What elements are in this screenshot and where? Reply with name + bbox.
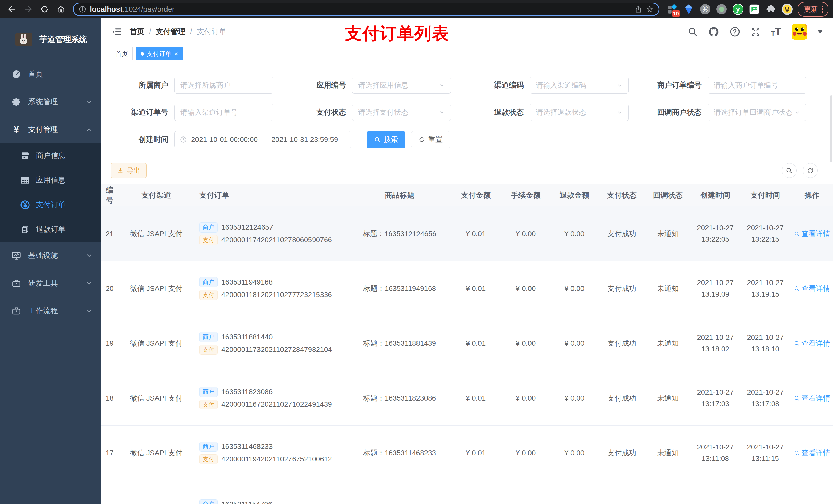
browser-reload-button[interactable] [38,2,52,16]
view-details-link[interactable]: 查看详情 [794,229,830,239]
breadcrumb-payment[interactable]: 支付管理 [156,27,186,37]
date-range-start[interactable]: 2021-10-01 00:00:00 [191,136,258,144]
extension-y-icon[interactable]: y [733,4,743,15]
chevron-down-icon [439,82,445,88]
browser-menu-icon[interactable] [821,6,824,13]
refund-status-filter-select[interactable]: 请选择退款状态 [530,104,628,121]
sidebar-item-pay-order[interactable]: 支付订单 [0,193,101,217]
tag-home[interactable]: 首页 [111,47,133,61]
y-glyph: y [733,4,743,14]
create-time-range-picker[interactable]: 2021-10-01 00:00:00 - 2021-10-31 23:59:5… [174,131,351,148]
browser-home-button[interactable] [54,2,68,16]
date-range-end[interactable]: 2021-10-31 23:59:59 [271,136,338,144]
merchant-badge: 商户 [199,441,218,452]
sidebar-fold-icon[interactable] [112,27,122,37]
pay-badge: 支付 [199,345,218,355]
notify-text: 未通知 [645,448,690,458]
refresh-icon [807,167,814,174]
tag-pay-order[interactable]: 支付订单 × [136,47,183,61]
export-button[interactable]: 导出 [111,163,146,178]
toggle-search-button[interactable] [782,163,796,178]
merchant-filter-input[interactable] [174,77,273,94]
sidebar-item-home[interactable]: 首页 [0,61,101,88]
browser-chrome: localhost:1024/pay/order 10 ⌘ y 更新 [0,0,833,19]
extension-chat-icon[interactable] [749,4,760,15]
chevron-down-icon [86,307,93,314]
sidebar-item-dev-tools[interactable]: 研发工具 [0,269,101,297]
reset-button[interactable]: 重置 [411,131,450,148]
documents-icon [20,225,31,234]
extension-command-icon[interactable]: ⌘ [700,4,711,15]
channel-code-filter-select[interactable]: 请输入渠道编码 [530,77,628,94]
col-channel: 支付渠道 [118,190,195,200]
sidebar-item-workflow[interactable]: 工作流程 [0,297,101,325]
back-arrow-icon [7,5,16,14]
table-row[interactable]: 18 微信 JSAPI 支付 商户1635311823086 支付4200001… [101,371,833,426]
table-row[interactable]: 商户1635311154796 [101,480,833,504]
sidebar-item-label: 研发工具 [28,278,86,288]
channel-order-no-filter-label: 渠道订单号 [111,107,168,118]
sidebar-logo[interactable]: 芋道管理系统 [0,19,101,61]
sidebar-item-system[interactable]: 系统管理 [0,88,101,116]
browser-update-button[interactable]: 更新 [798,2,828,17]
tag-close-icon[interactable]: × [174,50,178,57]
refresh-table-button[interactable] [803,163,818,178]
header-search-icon[interactable] [688,27,698,37]
table-row[interactable]: 19 微信 JSAPI 支付 商户1635311881440 支付4200001… [101,316,833,371]
github-icon[interactable] [708,26,719,38]
sidebar-item-merchant-info[interactable]: 商户信息 [0,143,101,168]
view-details-link[interactable]: 查看详情 [794,284,830,293]
merchant-order-no-filter-input[interactable] [708,77,806,94]
notify-text: 未通知 [645,284,690,293]
font-size-icon[interactable]: TT [771,26,781,38]
channel-order-no-filter-input[interactable] [174,104,273,121]
search-icon [786,167,793,174]
app-filter-label: 应用编号 [288,80,346,90]
fullscreen-icon[interactable] [751,27,761,37]
extension-record-icon[interactable] [716,4,727,15]
create-time-filter-label: 创建时间 [111,135,168,145]
extension-emoji-icon[interactable] [782,4,792,15]
app-filter-select[interactable]: 请选择应用信息 [352,77,451,94]
bookmark-star-icon[interactable] [646,5,653,13]
extension-sketch-icon[interactable]: 10 [667,4,678,15]
avatar-caret-icon[interactable] [818,30,823,33]
table-row[interactable]: 21 微信 JSAPI 支付 商户1635312124657 支付4200001… [101,207,833,261]
scrollbar-thumb[interactable] [830,95,832,162]
sidebar-item-app-info[interactable]: 应用信息 [0,168,101,193]
table-row[interactable]: 20 微信 JSAPI 支付 商户1635311949168 支付4200001… [101,261,833,316]
browser-forward-button[interactable] [21,2,35,16]
sidebar-item-label: 支付管理 [28,124,86,135]
sidebar-item-label: 应用信息 [36,175,66,186]
sidebar-item-label: 退款订单 [36,224,66,235]
page-annotation: 支付订单列表 [345,22,449,45]
col-actions: 操作 [790,190,833,200]
browser-back-button[interactable] [5,2,19,16]
briefcase-icon [10,306,23,316]
extensions-puzzle-icon[interactable] [765,4,776,15]
view-details-link[interactable]: 查看详情 [794,339,830,348]
magnifier-icon [794,231,800,237]
pay-status-filter-select[interactable]: 请选择支付状态 [352,104,451,121]
active-dot-icon [141,52,144,55]
breadcrumb-home[interactable]: 首页 [129,27,144,37]
share-icon[interactable] [635,5,642,13]
table-row[interactable]: 17 微信 JSAPI 支付 商户1635311468233 支付4200001… [101,426,833,480]
sidebar-item-refund-order[interactable]: 退款订单 [0,217,101,242]
clock-icon [180,136,187,143]
callback-status-filter-select[interactable]: 请选择订单回调商户状态 [708,104,806,121]
view-details-link[interactable]: 查看详情 [794,393,830,403]
search-button[interactable]: 搜索 [366,131,405,148]
sidebar-item-infrastructure[interactable]: 基础设施 [0,242,101,269]
notify-text: 未通知 [645,393,690,403]
address-bar[interactable]: localhost:1024/pay/order [73,3,659,16]
site-info-icon[interactable] [79,5,86,13]
extension-kite-icon[interactable] [684,4,694,15]
help-icon[interactable] [730,26,740,37]
sidebar-item-payment[interactable]: ¥ 支付管理 [0,116,101,143]
view-details-link[interactable]: 查看详情 [794,448,830,458]
url-text[interactable]: localhost:1024/pay/order [90,5,631,14]
breadcrumb-separator: / [149,27,151,36]
chevron-down-icon [86,280,93,287]
user-avatar[interactable] [791,24,807,40]
